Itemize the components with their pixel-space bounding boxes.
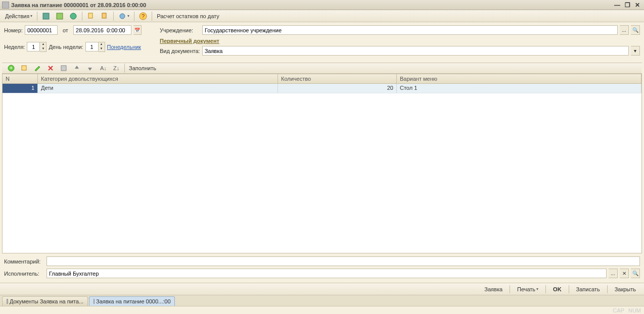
comment-label: Комментарий: xyxy=(4,258,44,265)
ok-button[interactable]: OK xyxy=(549,284,566,294)
help-icon: ? xyxy=(139,12,147,20)
week-down[interactable]: ▼ xyxy=(40,47,46,51)
form-area: Номер: от 📅 Учреждение: ... 🔍 Неделя: ▲▼… xyxy=(0,22,644,62)
actions-menu[interactable]: Действия xyxy=(3,11,34,21)
status-num: NUM xyxy=(628,307,641,313)
maximize-button[interactable]: ❐ xyxy=(623,2,632,9)
add-icon: + xyxy=(7,64,15,72)
delete-row-button[interactable] xyxy=(44,63,57,73)
table-header: N Категория довольствующихся Количество … xyxy=(3,74,641,84)
calendar-button[interactable]: 📅 xyxy=(133,25,142,35)
doctype-label: Вид документа: xyxy=(160,48,200,54)
sort-asc-button[interactable]: A↓ xyxy=(97,63,109,73)
tab-label: Документы Заявка на пита... xyxy=(10,298,83,304)
close-window-button[interactable]: Закрыть xyxy=(611,284,640,294)
institution-select-button[interactable]: ... xyxy=(620,25,629,35)
executor-select-button[interactable]: ... xyxy=(609,269,618,278)
dayofweek-label: День недели: xyxy=(49,44,83,50)
table-row[interactable]: 1 Дети 20 Стол 1 xyxy=(3,84,641,93)
svg-rect-11 xyxy=(61,66,66,71)
toolbar-btn-4[interactable] xyxy=(85,11,97,21)
paste-icon xyxy=(101,12,109,20)
bottom-form: Комментарий: Исполнитель: ... ✕ 🔍 xyxy=(0,253,644,283)
copy-row-button[interactable] xyxy=(18,63,30,73)
edit-icon xyxy=(33,64,41,72)
delete-icon xyxy=(47,64,55,72)
window-title: Заявка на питание 00000001 от 28.09.2016… xyxy=(11,2,146,8)
doctype-dropdown-button[interactable]: ▾ xyxy=(631,46,640,56)
week-up[interactable]: ▲ xyxy=(40,42,46,47)
move-up-button[interactable] xyxy=(71,63,83,73)
svg-text:A↓: A↓ xyxy=(100,65,107,71)
document-icon xyxy=(2,2,9,9)
svg-text:Z↓: Z↓ xyxy=(113,65,119,71)
svg-text:?: ? xyxy=(142,13,145,19)
col-category[interactable]: Категория довольствующихся xyxy=(38,74,278,83)
tab-bar: Документы Заявка на пита... Заявка на пи… xyxy=(0,295,644,306)
copy-icon xyxy=(87,12,95,20)
tab-label: Заявка на питание 0000...:00 xyxy=(96,298,171,304)
table-toolbar: + A↓ Z↓ Заполнить xyxy=(2,63,642,74)
institution-search-button[interactable]: 🔍 xyxy=(631,25,640,35)
data-table: N Категория довольствующихся Количество … xyxy=(2,74,642,253)
close-button[interactable]: ✕ xyxy=(633,2,642,9)
document-icon xyxy=(94,299,95,304)
main-toolbar: Действия ? Расчет остатков по дату xyxy=(0,10,644,22)
sort-desc-button[interactable]: Z↓ xyxy=(110,63,122,73)
calc-remainders-button[interactable]: Расчет остатков по дату xyxy=(155,11,221,21)
fill-button[interactable]: Заполнить xyxy=(127,63,158,73)
toolbar-btn-3[interactable] xyxy=(67,11,79,21)
day-up[interactable]: ▲ xyxy=(99,42,105,47)
day-down[interactable]: ▼ xyxy=(99,47,105,51)
save-button[interactable]: Записать xyxy=(572,284,604,294)
action-bar: Заявка Печать OK Записать Закрыть xyxy=(0,283,644,295)
col-qty[interactable]: Количество xyxy=(278,74,397,83)
svg-point-2 xyxy=(70,13,76,19)
institution-input[interactable] xyxy=(202,25,618,35)
col-menu[interactable]: Вариант меню xyxy=(397,74,641,83)
add-row-button[interactable]: + xyxy=(5,63,17,73)
executor-label: Исполнитель: xyxy=(4,271,44,277)
svg-rect-3 xyxy=(88,13,93,18)
col-n[interactable]: N xyxy=(3,74,38,83)
help-button[interactable]: ? xyxy=(137,11,149,21)
sort-desc-icon: Z↓ xyxy=(112,64,120,72)
minimize-button[interactable]: — xyxy=(613,2,622,9)
tab-request[interactable]: Заявка на питание 0000...:00 xyxy=(89,296,175,306)
executor-search-button[interactable]: 🔍 xyxy=(631,269,640,278)
refresh-icon xyxy=(56,12,64,20)
title-bar: Заявка на питание 00000001 от 28.09.2016… xyxy=(0,0,644,10)
toolbar-btn-6[interactable] xyxy=(116,11,131,21)
toolbar-btn-5[interactable] xyxy=(99,11,111,21)
institution-label: Учреждение: xyxy=(160,27,200,33)
number-input[interactable] xyxy=(25,25,58,35)
dayofweek-input[interactable] xyxy=(85,42,99,51)
new-icon xyxy=(42,12,50,20)
comment-input[interactable] xyxy=(47,256,640,266)
request-button[interactable]: Заявка xyxy=(480,284,507,294)
toolbar-btn-1[interactable] xyxy=(40,11,52,21)
svg-point-5 xyxy=(120,14,125,19)
link-icon xyxy=(118,12,126,20)
save-rows-button[interactable] xyxy=(58,63,70,73)
arrow-up-icon xyxy=(73,64,81,72)
doctype-input[interactable] xyxy=(202,46,629,56)
dayname-link[interactable]: Понедельник xyxy=(107,44,141,50)
svg-rect-4 xyxy=(102,13,106,18)
edit-row-button[interactable] xyxy=(31,63,43,73)
svg-rect-1 xyxy=(57,13,63,19)
toolbar-btn-2[interactable] xyxy=(54,11,66,21)
week-input[interactable] xyxy=(27,42,40,51)
table-body: 1 Дети 20 Стол 1 xyxy=(3,84,641,253)
save-icon xyxy=(60,64,68,72)
tab-documents[interactable]: Документы Заявка на пита... xyxy=(2,296,88,306)
go-icon xyxy=(69,12,77,20)
move-down-button[interactable] xyxy=(84,63,96,73)
executor-clear-button[interactable]: ✕ xyxy=(620,269,629,278)
week-label: Неделя: xyxy=(4,44,25,50)
print-button[interactable]: Печать xyxy=(513,284,542,294)
executor-input[interactable] xyxy=(47,269,607,278)
date-input[interactable] xyxy=(73,25,131,35)
status-bar: CAP NUM xyxy=(0,306,644,314)
primary-doc-label: Первичный документ xyxy=(160,38,219,44)
